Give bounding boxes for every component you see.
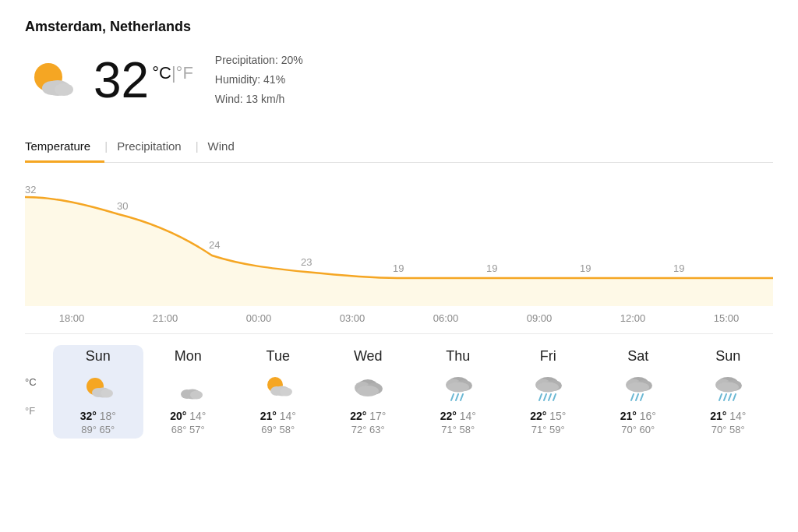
day-col-1[interactable]: Mon 20° 14° 68° 57°	[143, 345, 234, 439]
day-name-1: Mon	[147, 348, 231, 365]
svg-text:19: 19	[486, 262, 497, 274]
day-col-6[interactable]: Sat 21° 16° 70° 60°	[593, 345, 683, 439]
svg-line-41	[553, 394, 556, 400]
day-temps-c-6: 21° 16°	[596, 410, 680, 422]
time-label-1: 21:00	[118, 312, 212, 324]
day-col-4[interactable]: Thu 22° 14° 71° 58°	[413, 345, 503, 439]
day-icon-1	[171, 371, 205, 405]
tab-temperature[interactable]: Temperature	[25, 132, 104, 163]
day-name-6: Sat	[596, 348, 680, 365]
celsius-label: °C	[25, 376, 53, 388]
svg-line-31	[451, 394, 454, 400]
day-temps-f-6: 70° 60°	[596, 424, 680, 435]
days-grid: Sun 32° 18° 89° 65° Mon	[53, 345, 773, 439]
day-col-3[interactable]: Wed 22° 17° 72° 63°	[323, 345, 414, 439]
day-temps-c-7: 21° 14°	[687, 410, 771, 422]
day-temps-c-2: 21° 14°	[236, 410, 320, 422]
day-temps-c-0: 32° 18°	[56, 410, 140, 422]
svg-text:24: 24	[209, 239, 220, 251]
day-name-2: Tue	[236, 348, 320, 365]
svg-line-32	[456, 394, 458, 400]
current-weather-section: 32 °C|°F Precipitation: 20% Humidity: 41…	[25, 51, 773, 110]
time-label-0: 18:00	[25, 312, 118, 324]
svg-line-46	[631, 394, 634, 400]
svg-text:19: 19	[580, 262, 591, 274]
svg-line-47	[636, 394, 638, 400]
wind-detail: Wind: 13 km/h	[215, 90, 303, 109]
day-temps-f-4: 71° 58°	[416, 424, 500, 435]
city-name: Amsterdam, Netherlands	[25, 19, 773, 35]
current-weather-icon	[25, 52, 81, 108]
svg-line-56	[733, 394, 736, 400]
svg-text:19: 19	[673, 262, 684, 274]
svg-line-55	[729, 394, 731, 400]
day-icon-2	[261, 371, 295, 405]
time-label-3: 03:00	[305, 312, 399, 324]
svg-point-26	[357, 386, 379, 396]
fahrenheit-label: °F	[25, 405, 53, 417]
day-name-0: Sun	[56, 348, 140, 365]
time-label-2: 00:00	[212, 312, 305, 324]
day-temps-f-7: 70° 58°	[687, 424, 771, 435]
svg-text:30: 30	[117, 200, 128, 212]
temperature-chart: 32 30 24 23 19 19 19 19	[25, 181, 773, 306]
svg-line-54	[724, 394, 726, 400]
current-temp-display: 32 °C|°F	[94, 55, 193, 105]
svg-line-33	[461, 394, 463, 400]
time-label-4: 06:00	[399, 312, 493, 324]
day-temps-f-2: 69° 58°	[236, 424, 320, 435]
svg-line-38	[539, 394, 542, 400]
time-label-5: 09:00	[493, 312, 586, 324]
day-col-0[interactable]: Sun 32° 18° 89° 65°	[53, 345, 143, 439]
day-temps-f-0: 89° 65°	[56, 424, 140, 435]
svg-point-37	[537, 382, 559, 392]
day-icon-3	[351, 371, 385, 405]
svg-line-40	[549, 394, 551, 400]
day-icon-5	[531, 371, 565, 405]
day-temps-c-4: 22° 14°	[416, 410, 500, 422]
svg-point-3	[55, 83, 73, 96]
day-col-7[interactable]: Sun 21° 14° 70° 58°	[683, 345, 774, 439]
svg-point-15	[101, 389, 113, 397]
day-temps-f-1: 68° 57°	[147, 424, 231, 435]
svg-point-18	[190, 390, 203, 399]
day-col-5[interactable]: Fri 22° 15° 71° 59°	[503, 345, 594, 439]
chart-svg: 32 30 24 23 19 19 19 19	[25, 181, 773, 306]
day-name-4: Thu	[416, 348, 500, 365]
svg-line-48	[641, 394, 643, 400]
day-icon-0	[81, 371, 115, 405]
svg-point-52	[717, 382, 739, 392]
tab-wind[interactable]: Wind	[208, 132, 249, 163]
temp-value: 32	[94, 55, 149, 105]
units-column: °C °F	[25, 339, 53, 417]
day-temps-c-5: 22° 15°	[507, 410, 591, 422]
humidity-detail: Humidity: 41%	[215, 70, 303, 90]
time-axis: 18:00 21:00 00:00 03:00 06:00 09:00 12:0…	[25, 306, 773, 334]
days-section: °C °F Sun 32° 18° 89° 65° Mon	[25, 339, 773, 439]
svg-line-53	[719, 394, 722, 400]
weather-details: Precipitation: 20% Humidity: 41% Wind: 1…	[215, 51, 303, 110]
svg-point-30	[447, 382, 469, 392]
day-temps-c-3: 22° 17°	[327, 410, 411, 422]
day-name-5: Fri	[507, 348, 591, 365]
svg-point-22	[280, 387, 292, 396]
weather-tabs: Temperature | Precipitation | Wind	[25, 132, 773, 163]
svg-line-39	[544, 394, 546, 400]
day-temps-c-1: 20° 14°	[147, 410, 231, 422]
day-col-2[interactable]: Tue 21° 14° 69° 58°	[233, 345, 323, 439]
svg-text:32: 32	[25, 184, 36, 196]
day-name-3: Wed	[327, 348, 411, 365]
precipitation-detail: Precipitation: 20%	[215, 51, 303, 70]
day-temps-f-3: 72° 63°	[327, 424, 411, 435]
day-icon-4	[441, 371, 475, 405]
time-label-7: 15:00	[680, 312, 773, 324]
tab-precipitation[interactable]: Precipitation	[117, 132, 196, 163]
day-icon-7	[711, 371, 745, 405]
day-name-7: Sun	[687, 348, 771, 365]
day-icon-6	[621, 371, 655, 405]
svg-text:23: 23	[301, 256, 312, 268]
day-temps-f-5: 71° 59°	[507, 424, 591, 435]
svg-point-45	[627, 382, 649, 392]
time-label-6: 12:00	[586, 312, 680, 324]
svg-text:19: 19	[393, 262, 404, 274]
